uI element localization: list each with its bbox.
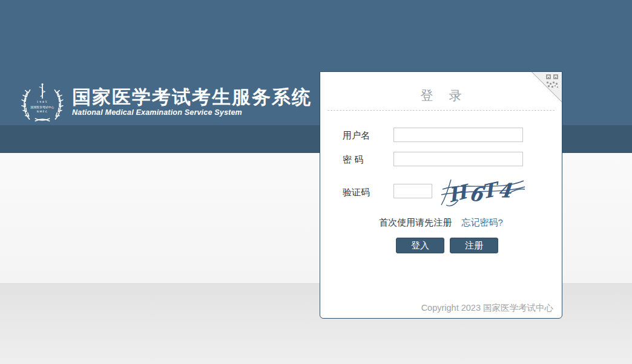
register-hint-link[interactable]: 首次使用请先注册 bbox=[379, 217, 452, 227]
nmec-wreath-logo: 1985 国家医学考试中心 NMEC bbox=[20, 82, 65, 122]
password-label: 密 码 bbox=[343, 154, 363, 166]
username-label: 用户名 bbox=[343, 130, 370, 141]
links-row: 首次使用请先注册 忘记密码? bbox=[320, 217, 562, 229]
logo-center-name-text: 国家医学考试中心 bbox=[31, 105, 54, 109]
button-row: 登入 注册 bbox=[396, 238, 498, 253]
logo-abbr-text: NMEC bbox=[37, 110, 48, 113]
login-button[interactable]: 登入 bbox=[396, 238, 444, 253]
title-divider bbox=[328, 110, 555, 111]
captcha-text: H6T4 bbox=[447, 176, 513, 209]
copyright-text: Copyright 2023 国家医学考试中心 bbox=[421, 302, 553, 314]
qr-login-corner[interactable] bbox=[532, 72, 562, 102]
forgot-password-link[interactable]: 忘记密码? bbox=[461, 217, 502, 227]
login-card: 登 录 用户名 密 码 验证码 H6T4 首次使用请先注册 忘记密码? 登入 注… bbox=[320, 71, 562, 319]
register-button[interactable]: 注册 bbox=[450, 238, 498, 253]
login-title: 登 录 bbox=[320, 87, 562, 104]
password-input[interactable] bbox=[393, 152, 523, 166]
brand-text: 国家医学考试考生服务系统 National Medical Examinatio… bbox=[72, 88, 312, 117]
qr-code-icon bbox=[545, 74, 559, 89]
site-title: 国家医学考试考生服务系统 bbox=[72, 88, 312, 108]
captcha-input[interactable] bbox=[393, 184, 432, 198]
captcha-label: 验证码 bbox=[343, 187, 370, 198]
username-input[interactable] bbox=[393, 128, 523, 142]
page: 1985 国家医学考试中心 NMEC 国家医学考试考生服务系统 National… bbox=[0, 0, 632, 364]
logo-year-text: 1985 bbox=[37, 100, 48, 103]
brand-block: 1985 国家医学考试中心 NMEC 国家医学考试考生服务系统 National… bbox=[20, 82, 312, 122]
site-subtitle: National Medical Examination Service Sys… bbox=[72, 108, 312, 117]
captcha-image[interactable]: H6T4 bbox=[440, 176, 526, 209]
